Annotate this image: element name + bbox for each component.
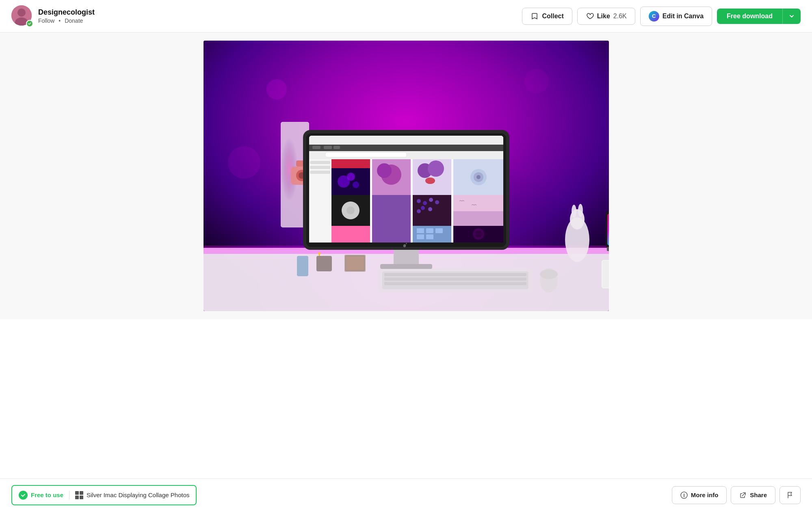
author-actions: Follow • Donate	[38, 17, 95, 24]
svg-rect-24	[384, 282, 526, 285]
svg-rect-65	[372, 195, 411, 243]
chevron-down-icon	[788, 13, 795, 19]
svg-point-73	[417, 209, 421, 213]
svg-point-60	[476, 175, 481, 179]
grid-cell-4	[80, 496, 83, 499]
svg-point-48	[347, 173, 355, 181]
header-actions: Collect Like 2.6K C Edit in Canva Free d…	[522, 6, 801, 26]
share-button[interactable]: Share	[731, 486, 775, 504]
image-title: Silver Imac Displaying Collage Photos	[87, 492, 189, 498]
hero-image: BAS ·BAS·	[204, 41, 609, 311]
collect-button[interactable]: Collect	[522, 8, 572, 25]
check-icon	[21, 493, 26, 498]
svg-point-55	[428, 160, 444, 177]
svg-point-85	[475, 230, 482, 238]
svg-point-109	[318, 252, 320, 255]
page-header: Designecologist Follow • Donate Collect …	[0, 0, 812, 32]
svg-rect-79	[426, 228, 433, 233]
like-label: Like	[597, 13, 610, 20]
svg-rect-42	[310, 166, 330, 169]
svg-rect-81	[417, 234, 424, 239]
svg-rect-76	[331, 226, 370, 243]
svg-rect-82	[426, 234, 433, 239]
svg-point-71	[421, 206, 425, 210]
svg-rect-33	[309, 140, 503, 145]
svg-rect-35	[312, 146, 320, 149]
edit-in-canva-button[interactable]: C Edit in Canva	[640, 6, 712, 26]
bottom-actions: More info Share	[672, 486, 801, 504]
svg-rect-80	[435, 228, 443, 233]
canva-label: Edit in Canva	[663, 13, 704, 20]
free-download-button[interactable]: Free download	[717, 9, 782, 24]
svg-rect-41	[310, 161, 330, 164]
like-count: 2.6K	[613, 13, 627, 20]
share-icon	[739, 492, 747, 499]
more-info-label: More info	[691, 492, 719, 498]
svg-rect-108	[316, 256, 332, 271]
svg-point-52	[377, 163, 392, 178]
svg-point-69	[429, 198, 433, 202]
grid-icon	[75, 491, 83, 499]
svg-rect-78	[417, 228, 424, 233]
author-details: Designecologist Follow • Donate	[38, 8, 95, 24]
svg-rect-37	[333, 146, 340, 149]
svg-rect-45	[331, 159, 370, 168]
hero-svg: BAS ·BAS·	[204, 41, 609, 311]
svg-point-49	[353, 182, 359, 188]
follow-link[interactable]: Follow	[38, 17, 54, 24]
svg-rect-75	[453, 211, 503, 226]
svg-rect-39	[325, 152, 407, 157]
svg-rect-43	[310, 171, 330, 174]
svg-point-63	[346, 206, 355, 214]
svg-rect-110	[297, 256, 308, 276]
download-label: Free download	[727, 13, 773, 20]
svg-rect-100	[607, 247, 609, 251]
svg-point-68	[423, 201, 427, 205]
author-info: Designecologist Follow • Donate	[11, 5, 522, 27]
free-to-use-badge: Free to use	[19, 491, 69, 500]
grid-cell-2	[80, 491, 83, 495]
svg-point-102	[266, 79, 287, 100]
like-button[interactable]: Like 2.6K	[577, 8, 635, 25]
svg-point-89	[578, 204, 583, 217]
svg-rect-22	[384, 273, 526, 276]
canva-icon: C	[649, 11, 659, 22]
svg-point-72	[428, 207, 432, 211]
svg-rect-46	[331, 168, 370, 195]
grid-cell-3	[75, 496, 79, 499]
svg-rect-36	[324, 146, 332, 149]
info-icon	[680, 492, 688, 499]
author-name: Designecologist	[38, 8, 95, 17]
separator: •	[58, 17, 61, 24]
svg-point-103	[524, 69, 549, 93]
svg-point-1	[17, 9, 26, 17]
heart-icon	[586, 12, 594, 20]
collect-label: Collect	[542, 13, 563, 20]
free-check-icon	[19, 491, 28, 500]
bottom-bar: Free to use Silver Imac Displaying Colla…	[0, 479, 812, 511]
svg-rect-98	[607, 214, 609, 245]
svg-rect-28	[380, 264, 432, 269]
image-info-badge[interactable]: Free to use Silver Imac Displaying Colla…	[11, 485, 197, 505]
svg-rect-91	[602, 261, 609, 288]
svg-point-88	[572, 205, 576, 218]
svg-point-67	[417, 199, 421, 203]
svg-point-70	[435, 200, 439, 204]
donate-link[interactable]: Donate	[65, 17, 83, 24]
download-button-group: Free download	[717, 9, 801, 24]
main-content: BAS ·BAS·	[0, 32, 812, 319]
svg-point-104	[228, 146, 260, 179]
grid-cell-1	[75, 491, 79, 495]
more-info-button[interactable]: More info	[672, 486, 727, 504]
image-title-badge: Silver Imac Displaying Collage Photos	[75, 491, 189, 499]
flag-icon	[786, 492, 794, 499]
free-to-use-label: Free to use	[31, 492, 63, 498]
flag-button[interactable]	[780, 486, 801, 504]
svg-rect-23	[384, 277, 526, 281]
svg-rect-107	[346, 256, 364, 270]
svg-point-26	[540, 269, 558, 279]
download-chevron-button[interactable]	[782, 9, 801, 24]
avatar-wrapper	[11, 5, 33, 27]
share-label: Share	[750, 492, 767, 498]
avatar-verified-badge	[26, 20, 33, 27]
